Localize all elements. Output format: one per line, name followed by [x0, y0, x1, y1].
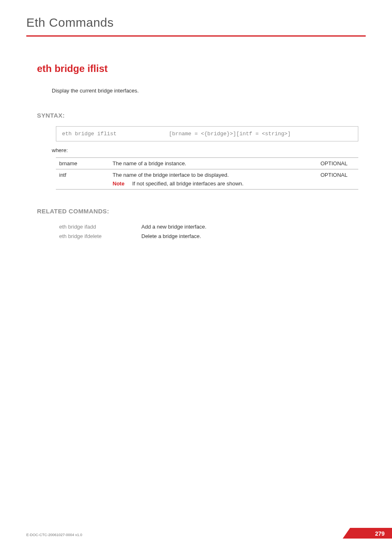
related-desc: Add a new bridge interface. [138, 222, 358, 231]
command-description: Display the current bridge interfaces. [52, 88, 366, 94]
note-text: If not specified, all bridge interfaces … [132, 180, 244, 187]
param-desc-text: The name of the bridge interface to be d… [113, 172, 314, 178]
svg-marker-0 [343, 528, 392, 539]
syntax-box: eth bridge iflist [brname = <{bridge}>][… [56, 126, 358, 141]
related-heading: RELATED COMMANDS: [37, 208, 366, 215]
page-number: 279 [375, 530, 385, 537]
table-row: eth bridge ifdelete Delete a bridge inte… [56, 231, 358, 241]
param-desc: The name of the bridge interface to be d… [109, 169, 317, 190]
syntax-heading: SYNTAX: [37, 112, 366, 119]
param-note: Note If not specified, all bridge interf… [113, 180, 314, 187]
syntax-command: eth bridge iflist [62, 131, 169, 137]
param-name: intf [56, 169, 109, 190]
param-name: brname [56, 158, 109, 169]
related-name: eth bridge ifadd [56, 222, 138, 231]
running-head: Eth Commands [26, 16, 366, 30]
params-table: brname The name of a bridge instance. OP… [56, 157, 358, 190]
flag-shape-icon [343, 528, 392, 539]
doc-id: E-DOC-CTC-20061027-0004 v1.0 [26, 533, 82, 537]
page-footer: E-DOC-CTC-20061027-0004 v1.0 279 [26, 526, 392, 539]
page-number-flag: 279 [343, 528, 392, 539]
related-name: eth bridge ifdelete [56, 231, 138, 241]
param-optional: OPTIONAL [317, 169, 358, 190]
page: Eth Commands eth bridge iflist Display t… [0, 0, 392, 555]
syntax-args: [brname = <{bridge}>][intf = <string>] [169, 131, 352, 137]
header-rule [26, 35, 366, 37]
table-row: brname The name of a bridge instance. OP… [56, 158, 358, 169]
table-row: eth bridge ifadd Add a new bridge interf… [56, 222, 358, 231]
param-optional: OPTIONAL [317, 158, 358, 169]
table-row: intf The name of the bridge interface to… [56, 169, 358, 190]
note-label: Note [113, 180, 131, 187]
where-label: where: [52, 147, 366, 153]
related-desc: Delete a bridge interface. [138, 231, 358, 241]
command-title: eth bridge iflist [37, 63, 366, 74]
param-desc: The name of a bridge instance. [109, 158, 317, 169]
related-commands-table: eth bridge ifadd Add a new bridge interf… [56, 222, 358, 241]
